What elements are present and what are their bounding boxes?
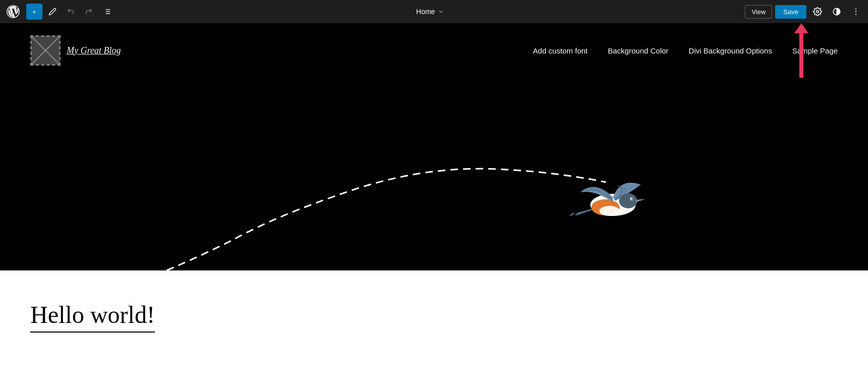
page-title-label: Home bbox=[416, 8, 435, 16]
site-title[interactable]: My Great Blog bbox=[67, 45, 121, 56]
redo-button[interactable] bbox=[81, 4, 97, 20]
contrast-icon bbox=[832, 7, 841, 16]
hero-section: My Great Blog Add custom font Background… bbox=[0, 23, 868, 270]
wp-logo[interactable] bbox=[4, 3, 22, 21]
gear-icon bbox=[813, 7, 822, 16]
svg-point-21 bbox=[599, 206, 620, 216]
below-hero-section: Hello world! bbox=[0, 270, 868, 353]
toolbar-right: View Save bbox=[745, 4, 864, 20]
main-content: My Great Blog Add custom font Background… bbox=[0, 23, 868, 385]
hello-world-heading: Hello world! bbox=[30, 301, 155, 333]
svg-point-9 bbox=[855, 9, 856, 10]
view-button[interactable]: View bbox=[745, 5, 772, 19]
arrow-shaft bbox=[799, 32, 803, 78]
red-arrow-indicator bbox=[794, 23, 808, 78]
settings-button[interactable] bbox=[809, 4, 826, 20]
toolbar-left: + bbox=[4, 3, 115, 21]
save-button[interactable]: Save bbox=[775, 5, 806, 19]
svg-point-7 bbox=[816, 11, 819, 13]
nav-item-background-color[interactable]: Background Color bbox=[608, 46, 669, 55]
svg-point-11 bbox=[855, 14, 856, 15]
site-logo bbox=[30, 35, 61, 66]
bird-container bbox=[0, 124, 868, 270]
toolbar-center: Home bbox=[115, 5, 745, 19]
more-icon bbox=[851, 7, 860, 16]
more-options-button[interactable] bbox=[848, 4, 864, 20]
nav-item-add-custom-font[interactable]: Add custom font bbox=[533, 46, 587, 55]
svg-point-10 bbox=[855, 11, 856, 12]
site-header: My Great Blog Add custom font Background… bbox=[0, 23, 868, 78]
flight-path bbox=[167, 169, 606, 270]
logo-placeholder-icon bbox=[31, 36, 60, 65]
site-nav: Add custom font Background Color Divi Ba… bbox=[533, 46, 838, 55]
svg-point-20 bbox=[632, 198, 633, 200]
chevron-down-icon bbox=[438, 9, 444, 15]
svg-point-18 bbox=[619, 193, 637, 208]
add-block-button[interactable]: + bbox=[26, 4, 42, 20]
undo-button[interactable] bbox=[63, 4, 79, 20]
tools-button[interactable] bbox=[44, 4, 61, 20]
bird-image bbox=[570, 164, 656, 230]
flight-path-svg bbox=[0, 124, 868, 270]
list-view-button[interactable] bbox=[99, 4, 115, 20]
arrow-head bbox=[794, 23, 808, 33]
nav-item-divi-background-options[interactable]: Divi Background Options bbox=[689, 46, 772, 55]
toolbar: + bbox=[0, 0, 868, 23]
contrast-button[interactable] bbox=[829, 4, 845, 20]
page-title-button[interactable]: Home bbox=[410, 5, 450, 19]
